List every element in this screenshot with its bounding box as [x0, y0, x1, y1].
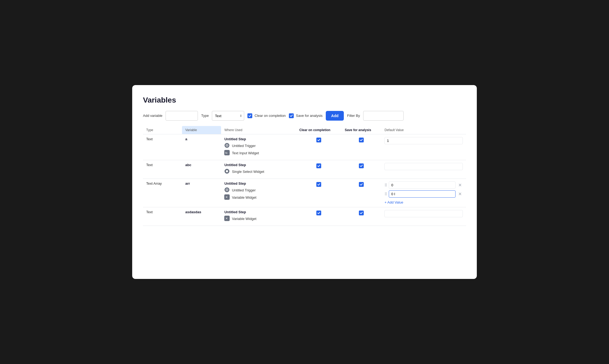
trigger-icon [224, 143, 230, 149]
table-row: Text asdasdas Untitled Step ✕ Variable W… [143, 207, 466, 226]
array-value-input[interactable] [389, 190, 456, 198]
default-value-input[interactable] [384, 163, 463, 170]
save-for-analysis-group: Save for analysis [289, 113, 323, 118]
clear-on-completion-cell [296, 207, 342, 226]
table-row: Text Array arr Untitled Step Untitled Tr… [143, 179, 466, 207]
drag-handle-icon[interactable]: ⠿ [384, 183, 387, 187]
save-for-analysis-cell [342, 134, 382, 160]
filter-by-label: Filter By [347, 114, 360, 118]
widget-label: Variable Widget [232, 195, 256, 200]
svg-text:Tr: Tr [225, 152, 228, 154]
default-value-cell [381, 134, 466, 160]
col-header-save: Save for analysis [342, 126, 382, 134]
row-checkbox[interactable] [316, 138, 321, 142]
default-value-cell [381, 160, 466, 179]
add-value-link[interactable]: + Add Value [384, 200, 403, 204]
save-for-analysis-cell [342, 179, 382, 207]
variable-name: abc [185, 163, 191, 167]
where-used-cell: Untitled Step ✕ Variable Widget [221, 207, 296, 226]
widget-label: Untitled Trigger [232, 188, 256, 192]
type-cell: Text [143, 134, 182, 160]
col-header-type: Type [143, 126, 182, 134]
clear-on-completion-cell [296, 134, 342, 160]
clear-on-completion-group: Clear on completion [247, 113, 286, 118]
row-checkbox[interactable] [359, 182, 364, 187]
remove-value-button[interactable]: ✕ [457, 183, 463, 188]
where-used-step: Untitled Step [224, 181, 293, 186]
type-label: Type [201, 114, 209, 118]
where-used-item: ✕ Variable Widget [224, 216, 293, 222]
type-cell: Text [143, 160, 182, 179]
type-select[interactable]: Text Text Array Number Boolean [212, 111, 244, 121]
text-icon: Tr [224, 150, 230, 156]
svg-point-2 [227, 145, 228, 146]
default-value-input[interactable] [384, 137, 463, 144]
where-used-step: Untitled Step [224, 210, 293, 214]
svg-text:✕: ✕ [225, 217, 228, 220]
toolbar: Add variable Type Text Text Array Number… [143, 111, 466, 121]
variables-table: Type Variable Where Used Clear on comple… [143, 126, 466, 226]
where-used-step: Untitled Step [224, 137, 293, 141]
variable-name: arr [185, 181, 190, 186]
row-checkbox[interactable] [316, 182, 321, 187]
filter-input[interactable] [363, 111, 404, 121]
where-used-item: ✕ Variable Widget [224, 194, 293, 201]
svg-point-9 [227, 190, 228, 190]
type-cell: Text Array [143, 179, 182, 207]
col-header-where-used: Where Used [221, 126, 296, 134]
variable-icon: ✕ [224, 194, 230, 201]
variable-cell: abc [182, 160, 221, 179]
variable-cell: arr [182, 179, 221, 207]
col-header-variable: Variable [182, 126, 221, 134]
array-value-input[interactable] [389, 181, 456, 189]
variable-cell: a [182, 134, 221, 160]
default-value-cell [381, 207, 466, 226]
select-icon [224, 169, 230, 175]
add-variable-label: Add variable [143, 114, 162, 118]
widget-label: Variable Widget [232, 217, 256, 221]
variable-icon: ✕ [224, 216, 230, 222]
row-checkbox[interactable] [359, 163, 364, 168]
where-used-item: Single Select Widget [224, 169, 293, 175]
row-checkbox[interactable] [316, 163, 321, 168]
where-used-cell: Untitled Step Untitled Trigger Tr Text I… [221, 134, 296, 160]
array-value-row: ⠿ ✕ [384, 181, 463, 189]
col-header-clear: Clear on completion [296, 126, 342, 134]
table-row: Text a Untitled Step Untitled Trigger Tr… [143, 134, 466, 160]
svg-point-6 [226, 170, 228, 172]
variable-cell: asdasdas [182, 207, 221, 226]
variable-name: asdasdas [185, 210, 201, 214]
widget-label: Untitled Trigger [232, 144, 256, 148]
default-value-input[interactable] [384, 210, 463, 217]
svg-text:✕: ✕ [225, 195, 228, 199]
save-for-analysis-cell [342, 207, 382, 226]
add-button[interactable]: Add [326, 111, 344, 121]
where-used-cell: Untitled Step Single Select Widget [221, 160, 296, 179]
default-value-cell: ⠿ ✕ ⠿ ✕ + Add Value [381, 179, 466, 207]
add-variable-input[interactable] [166, 111, 198, 121]
type-select-wrap: Text Text Array Number Boolean ⇕ [212, 111, 244, 121]
where-used-item: Tr Text Input Widget [224, 150, 293, 156]
array-value-row: ⠿ ✕ [384, 190, 463, 198]
main-window: Variables Add variable Type Text Text Ar… [132, 85, 477, 279]
type-cell: Text [143, 207, 182, 226]
row-checkbox[interactable] [316, 211, 321, 215]
where-used-cell: Untitled Step Untitled Trigger ✕ Variabl… [221, 179, 296, 207]
clear-on-completion-label: Clear on completion [254, 114, 286, 118]
save-for-analysis-checkbox[interactable] [289, 113, 294, 118]
where-used-step: Untitled Step [224, 163, 293, 167]
variable-name: a [185, 137, 187, 141]
clear-on-completion-cell [296, 160, 342, 179]
table-row: Text abc Untitled Step Single Select Wid… [143, 160, 466, 179]
col-header-default: Default Value [381, 126, 466, 134]
save-for-analysis-label: Save for analysis [296, 114, 323, 118]
clear-on-completion-checkbox[interactable] [247, 113, 252, 118]
trigger-icon [224, 187, 230, 193]
drag-handle-icon[interactable]: ⠿ [384, 192, 387, 196]
remove-value-button[interactable]: ✕ [457, 191, 463, 197]
page-title: Variables [143, 96, 466, 104]
row-checkbox[interactable] [359, 138, 364, 142]
row-checkbox[interactable] [359, 211, 364, 215]
where-used-item: Untitled Trigger [224, 187, 293, 193]
widget-label: Single Select Widget [232, 170, 264, 174]
